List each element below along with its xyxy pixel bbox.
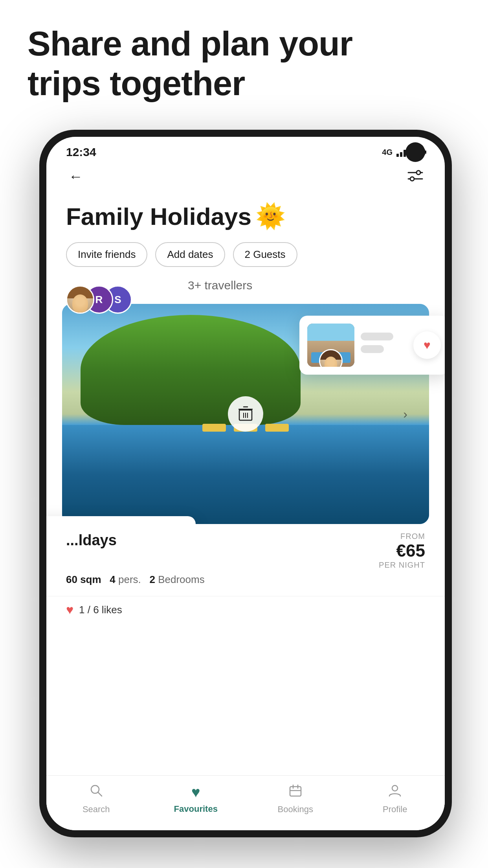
chevron-right-icon: › (403, 407, 407, 421)
bookings-label: Bookings (277, 804, 313, 815)
floating-person (320, 350, 341, 367)
floating-thumb-image (307, 324, 354, 367)
phone-screen: 12:34 4G ← (46, 137, 445, 830)
bedrooms-label: Bedrooms (158, 574, 205, 585)
bottom-nav: Search ♥ Favourites Bookings (46, 775, 445, 830)
likes-row: ♥ 1 / 6 likes (46, 596, 445, 623)
property-area: › (46, 304, 445, 524)
invite-friends-button[interactable]: Invite friends (66, 242, 147, 267)
thumb-sky (307, 324, 354, 343)
floating-line-2 (361, 345, 384, 353)
avatar-photo (66, 285, 94, 314)
filter-button[interactable] (405, 167, 425, 186)
back-arrow-icon: ← (69, 168, 83, 185)
camera-notch (405, 142, 425, 162)
filter-icon (407, 169, 424, 184)
floating-line-1 (361, 333, 393, 340)
nav-item-favourites[interactable]: ♥ Favourites (146, 784, 246, 814)
search-icon (89, 783, 103, 801)
pool-water (62, 425, 429, 524)
hero-section: Share and plan your trips together (28, 24, 460, 103)
avatar-s-letter: S (114, 294, 121, 306)
nav-item-bookings[interactable]: Bookings (246, 783, 345, 815)
favourites-label: Favourites (174, 804, 218, 814)
network-indicator: 4G (382, 148, 393, 157)
travellers-count: 3+ travellers (188, 279, 252, 292)
trip-name: Family Holidays (66, 202, 251, 230)
travellers-row: R S 3+ travellers (46, 279, 445, 304)
sun-emoji: 🌞 (255, 202, 286, 230)
bookings-icon (288, 783, 303, 801)
guests-button[interactable]: 2 Guests (233, 242, 297, 267)
battery-tip (425, 151, 426, 154)
pers-label: pers. (118, 574, 141, 585)
status-time: 12:34 (66, 145, 96, 159)
pers-value: 4 (110, 574, 115, 585)
price-area: FROM €65 PER NIGHT (379, 532, 425, 570)
action-buttons: Invite friends Add dates 2 Guests (46, 242, 445, 279)
nav-item-search[interactable]: Search (46, 783, 146, 815)
favourites-icon: ♥ (191, 784, 200, 801)
per-night-label: PER NIGHT (379, 561, 425, 570)
property-name-row: ...ldays FROM €65 PER NIGHT (66, 532, 425, 570)
delete-button[interactable] (228, 396, 263, 432)
hero-title-line2: trips together (28, 64, 245, 103)
price: €65 (379, 541, 425, 561)
back-button[interactable]: ← (66, 167, 86, 186)
sqm-value: 60 (66, 574, 77, 585)
profile-icon (388, 783, 402, 801)
svg-rect-12 (290, 787, 301, 796)
floating-card-bottom[interactable]: ♥ (46, 516, 196, 524)
avatar-face (72, 294, 88, 313)
svg-point-14 (392, 785, 398, 791)
hero-title: Share and plan your trips together (28, 24, 460, 103)
search-label: Search (83, 804, 110, 815)
trash-icon (238, 406, 253, 422)
property-name: ...ldays (66, 532, 117, 549)
floating-card-top[interactable]: ♥ (299, 316, 445, 375)
svg-point-10 (91, 785, 99, 793)
chair-3 (265, 424, 289, 432)
svg-point-1 (416, 171, 420, 175)
signal-bar-2 (400, 152, 402, 157)
heart-icon-top: ♥ (424, 338, 431, 352)
svg-line-11 (98, 793, 102, 796)
heart-icon-likes: ♥ (66, 603, 73, 617)
avatar-r-letter: R (95, 294, 103, 306)
trip-title: Family Holidays 🌞 (46, 194, 445, 242)
from-label: FROM (379, 532, 425, 541)
sqm-label: sqm (80, 574, 101, 585)
nav-header: ← (46, 163, 445, 194)
property-specs: 60 sqm 4 pers. 2 Bedrooms (66, 574, 425, 586)
profile-label: Profile (383, 804, 407, 815)
nav-item-profile[interactable]: Profile (345, 783, 445, 815)
phone-frame: 12:34 4G ← (39, 130, 452, 837)
bedrooms-value: 2 (149, 574, 155, 585)
likes-text: 1 / 6 likes (79, 604, 122, 616)
avatar-image (67, 287, 93, 313)
chair-1 (202, 424, 226, 432)
status-bar: 12:34 4G (46, 137, 445, 163)
signal-bar-1 (396, 154, 399, 157)
like-button-top[interactable]: ♥ (413, 331, 441, 359)
property-details: ...ldays FROM €65 PER NIGHT 60 sqm 4 per… (46, 524, 445, 596)
hero-title-line1: Share and plan your (28, 24, 352, 63)
add-dates-button[interactable]: Add dates (155, 242, 225, 267)
floating-content (361, 333, 407, 358)
svg-point-3 (410, 177, 414, 181)
floating-avatar-small (319, 349, 343, 367)
